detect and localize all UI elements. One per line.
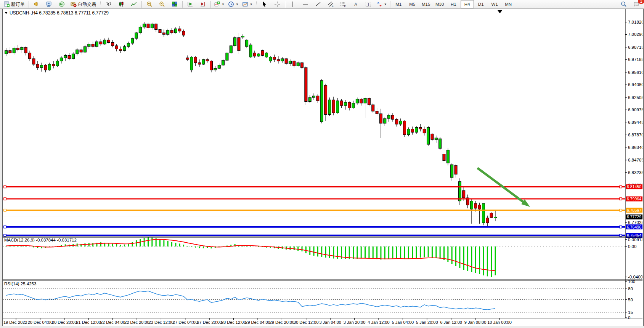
new-order-icon — [4, 1, 10, 7]
candle-body — [395, 119, 398, 124]
symbol-dropdown-icon[interactable] — [5, 12, 8, 14]
search-button[interactable] — [618, 0, 630, 8]
line-handle[interactable] — [4, 209, 6, 211]
toolbar-grip[interactable] — [255, 1, 257, 7]
timeframe-button-H4[interactable]: H4 — [461, 0, 474, 8]
candle-body — [458, 182, 461, 201]
chevron-down-icon: ▼ — [236, 3, 239, 6]
rsi-line — [6, 291, 495, 310]
candle-body — [384, 118, 386, 123]
text-label-button[interactable]: T — [362, 0, 374, 8]
timeframe-button-M1[interactable]: M1 — [392, 0, 405, 8]
toolbar-separator — [390, 1, 390, 8]
signal-icon — [59, 1, 65, 7]
cursor-button[interactable] — [259, 0, 271, 8]
chart-window: USDCNH-,H4 6.78285 6.78613 6.77711 6.777… — [2, 9, 644, 326]
crosshair-icon — [274, 1, 280, 7]
toolbar-separator — [210, 1, 211, 8]
crosshair-button[interactable] — [271, 0, 283, 8]
line-handle[interactable] — [4, 198, 6, 200]
candle-body — [5, 51, 8, 54]
chart-info-line[interactable]: USDCNH-,H4 6.78285 6.78613 6.77711 6.777… — [5, 10, 109, 16]
vertical-line-button[interactable] — [287, 0, 299, 8]
timeframe-button-M5[interactable]: M5 — [406, 0, 419, 8]
text-button[interactable]: A — [350, 0, 362, 8]
candle-body — [60, 58, 63, 61]
tile-windows-button[interactable] — [169, 0, 181, 8]
line-handle[interactable] — [620, 226, 622, 228]
candle-body — [265, 53, 268, 57]
new-order-button[interactable]: 新订单 — [2, 0, 27, 8]
indicators-button[interactable]: ▼ — [212, 0, 226, 8]
candle-body — [419, 127, 422, 129]
candlestick-chart-button[interactable] — [115, 0, 127, 8]
chart-info-text: USDCNH-,H4 6.78285 6.78613 6.77711 6.777… — [10, 10, 109, 16]
zoom-out-button[interactable] — [156, 0, 168, 8]
signal-button[interactable] — [56, 0, 68, 8]
candle-body — [151, 24, 153, 28]
arrows-button[interactable]: ▼ — [375, 0, 389, 8]
candle-body — [234, 38, 236, 46]
notification-badge: 1 — [638, 0, 644, 4]
main-toolbar: 新订单 自动交易 — [0, 0, 644, 9]
candle-body — [139, 27, 141, 33]
candle-body — [210, 61, 213, 70]
candle-body — [407, 129, 410, 135]
line-handle[interactable] — [4, 186, 6, 188]
news-button[interactable] — [31, 0, 43, 8]
zoom-in-icon — [146, 1, 153, 7]
line-chart-icon — [131, 1, 137, 7]
auto-scroll-icon — [187, 1, 193, 7]
timeframe-button-D1[interactable]: D1 — [474, 0, 488, 8]
candle-body — [431, 134, 434, 139]
candle-body — [379, 114, 382, 123]
auto-scroll-button[interactable] — [184, 0, 196, 8]
fibonacci-button[interactable]: F — [337, 0, 349, 8]
candle-body — [64, 55, 67, 58]
timeframe-button-M30[interactable]: M30 — [433, 0, 446, 8]
zoom-in-button[interactable] — [143, 0, 156, 8]
svg-text:T: T — [367, 2, 370, 6]
candle-body — [178, 29, 181, 31]
auto-trading-button[interactable]: 自动交易 — [68, 0, 98, 8]
bar-chart-button[interactable] — [103, 0, 115, 8]
timeframe-button-H1[interactable]: H1 — [447, 0, 460, 8]
candle-body — [249, 45, 252, 57]
tile-windows-icon — [172, 1, 178, 7]
candle-body — [202, 59, 205, 64]
templates-button[interactable]: ▼ — [241, 0, 254, 8]
candle-body — [170, 30, 173, 33]
timeframe-button-W1[interactable]: W1 — [488, 0, 501, 8]
price-axis-area[interactable] — [625, 9, 642, 318]
time-axis-area[interactable] — [3, 318, 625, 325]
line-handle[interactable] — [620, 209, 622, 211]
chevron-down-icon: ▼ — [250, 3, 253, 6]
line-chart-button[interactable] — [128, 0, 140, 8]
trendline-button[interactable] — [312, 0, 324, 8]
auto-trading-label: 自动交易 — [78, 1, 96, 8]
candle-body — [372, 105, 374, 111]
community-button[interactable]: 1 — [630, 0, 642, 8]
horizontal-line-button[interactable] — [299, 0, 312, 8]
timeframe-button-MN[interactable]: MN — [502, 0, 515, 8]
candle-body — [143, 24, 146, 27]
candle-body — [127, 43, 130, 46]
new-order-label: 新订单 — [11, 1, 25, 8]
candle-body — [399, 121, 402, 124]
line-handle[interactable] — [4, 226, 6, 228]
candle-body — [52, 64, 55, 66]
bar-chart-icon — [106, 1, 112, 7]
line-handle[interactable] — [620, 198, 622, 200]
chart-shift-button[interactable] — [197, 0, 209, 8]
line-handle[interactable] — [620, 186, 622, 188]
equidistant-channel-button[interactable]: E — [324, 0, 337, 8]
remote-terminal-button[interactable] — [43, 0, 55, 8]
candle-body — [21, 47, 23, 50]
toolbar-grip[interactable] — [100, 1, 101, 7]
candle-body — [348, 102, 351, 108]
horizontal-line-icon — [302, 1, 308, 7]
candle-body — [269, 57, 272, 61]
trend-arrow[interactable] — [477, 168, 524, 203]
periods-button[interactable]: ▼ — [226, 0, 240, 8]
timeframe-button-M15[interactable]: M15 — [419, 0, 433, 8]
